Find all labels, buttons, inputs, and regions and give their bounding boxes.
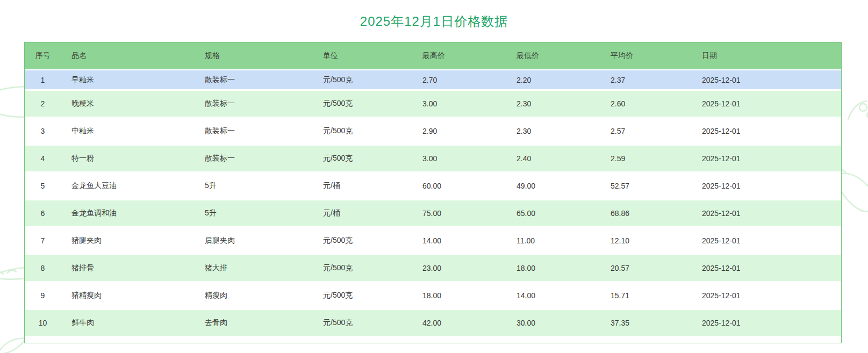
cell-spec: 5升 <box>194 181 312 191</box>
cell-name: 早籼米 <box>61 75 194 85</box>
cell-high: 18.00 <box>412 291 506 300</box>
cell-index: 4 <box>25 154 61 163</box>
cell-date: 2025-12-01 <box>691 127 841 135</box>
cell-index: 9 <box>25 291 61 300</box>
price-table: 序号品名规格单位最高价最低价平均价日期 1早籼米散装标一元/500克2.702.… <box>24 42 842 343</box>
cell-unit: 元/桶 <box>312 208 412 218</box>
cell-unit: 元/500克 <box>312 126 412 136</box>
column-header-high: 最高价 <box>412 51 506 61</box>
cell-spec: 5升 <box>194 208 312 218</box>
cell-avg: 2.60 <box>600 99 691 108</box>
cell-unit: 元/500克 <box>312 318 412 328</box>
cell-avg: 2.59 <box>600 154 691 163</box>
cell-unit: 元/500克 <box>312 263 412 273</box>
cell-high: 14.00 <box>412 236 506 245</box>
table-row-4[interactable]: 4特一粉散装标一元/500克3.002.402.592025-12-01 <box>25 146 841 171</box>
cell-low: 11.00 <box>506 236 600 245</box>
cell-high: 3.00 <box>412 99 506 108</box>
cell-name: 中籼米 <box>61 126 194 136</box>
cell-avg: 52.57 <box>600 182 691 190</box>
cell-high: 3.00 <box>412 154 506 163</box>
cell-spec: 散装标一 <box>194 99 312 109</box>
table-row-3[interactable]: 3中籼米散装标一元/500克2.902.302.572025-12-01 <box>25 118 841 144</box>
cell-index: 5 <box>25 182 61 190</box>
table-header-row: 序号品名规格单位最高价最低价平均价日期 <box>25 42 841 69</box>
cell-name: 鲜牛肉 <box>61 318 194 328</box>
cell-low: 65.00 <box>506 209 600 218</box>
cell-name: 猪腿夹肉 <box>61 236 194 246</box>
table-row-1[interactable]: 1早籼米散装标一元/500克2.702.202.372025-12-01 <box>25 70 841 89</box>
cell-high: 75.00 <box>412 209 506 218</box>
table-row-10[interactable]: 10鲜牛肉去骨肉元/500克42.0030.0037.352025-12-01 <box>25 310 841 336</box>
cell-spec: 散装标一 <box>194 154 312 163</box>
cell-high: 2.70 <box>412 76 506 84</box>
cell-index: 1 <box>25 76 61 84</box>
cell-unit: 元/500克 <box>312 75 412 85</box>
cell-date: 2025-12-01 <box>691 76 841 84</box>
cell-name: 猪精瘦肉 <box>61 291 194 300</box>
table-row-7[interactable]: 7猪腿夹肉后腿夹肉元/500克14.0011.0012.102025-12-01 <box>25 228 841 254</box>
cell-date: 2025-12-01 <box>691 209 841 218</box>
cell-date: 2025-12-01 <box>691 99 841 108</box>
cell-date: 2025-12-01 <box>691 236 841 245</box>
cell-date: 2025-12-01 <box>691 182 841 190</box>
cell-high: 23.00 <box>412 264 506 272</box>
cell-date: 2025-12-01 <box>691 264 841 272</box>
cell-avg: 2.57 <box>600 127 691 135</box>
cell-index: 3 <box>25 127 61 135</box>
cell-low: 49.00 <box>506 182 600 190</box>
scroll-spacer <box>25 337 841 343</box>
cell-low: 2.30 <box>506 127 600 135</box>
cell-unit: 元/桶 <box>312 181 412 191</box>
table-body-scroll-area[interactable]: 1早籼米散装标一元/500克2.702.202.372025-12-012晚粳米… <box>25 69 841 343</box>
cell-index: 8 <box>25 264 61 272</box>
table-row-2[interactable]: 2晚粳米散装标一元/500克3.002.302.602025-12-01 <box>25 91 841 117</box>
cell-unit: 元/500克 <box>312 236 412 246</box>
column-header-low: 最低价 <box>506 51 600 61</box>
cell-unit: 元/500克 <box>312 99 412 109</box>
cell-index: 6 <box>25 209 61 218</box>
cell-avg: 68.86 <box>600 209 691 218</box>
column-header-spec: 规格 <box>194 51 312 61</box>
table-row-8[interactable]: 8猪排骨猪大排元/500克23.0018.0020.572025-12-01 <box>25 255 841 281</box>
table-row-5[interactable]: 5金龙鱼大豆油5升元/桶60.0049.0052.572025-12-01 <box>25 173 841 199</box>
cell-spec: 精瘦肉 <box>194 291 312 300</box>
cell-name: 金龙鱼调和油 <box>61 208 194 218</box>
cell-high: 60.00 <box>412 182 506 190</box>
column-header-avg: 平均价 <box>600 51 691 61</box>
cell-index: 2 <box>25 99 61 108</box>
cell-spec: 后腿夹肉 <box>194 236 312 246</box>
cell-low: 14.00 <box>506 291 600 300</box>
cell-low: 2.20 <box>506 76 600 84</box>
page: 2025年12月1日价格数据 序号品名规格单位最高价最低价平均价日期 1早籼米散… <box>0 0 868 353</box>
cell-unit: 元/500克 <box>312 291 412 300</box>
cell-name: 特一粉 <box>61 154 194 163</box>
cell-high: 2.90 <box>412 127 506 135</box>
cell-high: 42.00 <box>412 319 506 327</box>
cell-date: 2025-12-01 <box>691 154 841 163</box>
cell-spec: 去骨肉 <box>194 318 312 328</box>
cell-low: 2.40 <box>506 154 600 163</box>
column-header-date: 日期 <box>691 51 841 61</box>
cell-avg: 15.71 <box>600 291 691 300</box>
cell-name: 金龙鱼大豆油 <box>61 181 194 191</box>
cell-name: 晚粳米 <box>61 99 194 109</box>
column-header-unit: 单位 <box>312 51 412 61</box>
cell-unit: 元/500克 <box>312 154 412 163</box>
cell-spec: 猪大排 <box>194 263 312 273</box>
cell-low: 18.00 <box>506 264 600 272</box>
cell-avg: 37.35 <box>600 319 691 327</box>
cell-index: 10 <box>25 319 61 327</box>
table-row-6[interactable]: 6金龙鱼调和油5升元/桶75.0065.0068.862025-12-01 <box>25 200 841 226</box>
table-row-9[interactable]: 9猪精瘦肉精瘦肉元/500克18.0014.0015.712025-12-01 <box>25 283 841 308</box>
page-title: 2025年12月1日价格数据 <box>0 13 868 30</box>
cell-spec: 散装标一 <box>194 126 312 136</box>
cell-avg: 12.10 <box>600 236 691 245</box>
cell-name: 猪排骨 <box>61 263 194 273</box>
column-header-name: 品名 <box>61 51 194 61</box>
cell-low: 30.00 <box>506 319 600 327</box>
cell-avg: 2.37 <box>600 76 691 84</box>
cell-index: 7 <box>25 236 61 245</box>
cell-spec: 散装标一 <box>194 75 312 85</box>
cell-avg: 20.57 <box>600 264 691 272</box>
